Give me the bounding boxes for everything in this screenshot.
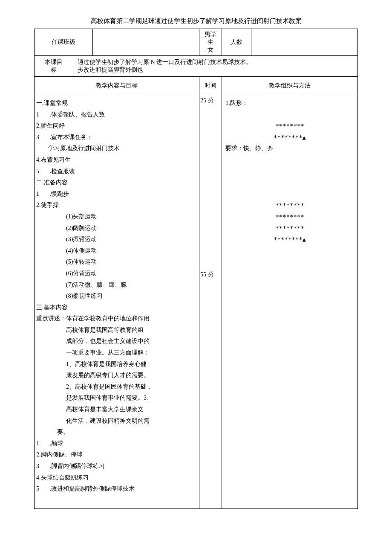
list-item: 学习原地及行进间射门技术 <box>36 143 197 154</box>
paragraph-line: 康发展的高级专门人才的需要。 <box>36 370 197 381</box>
method-cell: 1.队形： ******** ********▲ 要求：快、静、齐 ******… <box>222 95 358 509</box>
content-header: 教学内容与目标 <box>35 77 199 95</box>
formation-row: ********▲ <box>225 132 354 143</box>
time-cell: 25 分 55 分 <box>199 95 222 509</box>
class-label: 任课班级 <box>35 29 93 56</box>
formation-row: ******** <box>225 211 354 223</box>
list-item: 1 .颠球 <box>36 438 197 450</box>
paragraph-line: 要。 <box>36 427 197 438</box>
paragraph-line: 高校体育是我国高等教育的组 <box>36 325 197 336</box>
formation-row: ******** <box>225 200 354 211</box>
content-cell: 一.课堂常规 1 .体委整队、报告人数 2.师生问好 3 .宣布本课任务： 学习… <box>35 95 199 509</box>
list-item: 4.布置见习生 <box>36 154 197 166</box>
lesson-plan-table: 任课班级 男学生 女 人数 本课目 标 通过使学生初步了解学习原 N 进一口及行… <box>34 29 358 509</box>
time-header: 时间 <box>199 77 222 95</box>
list-item: (1)头部运动 <box>36 211 197 223</box>
list-item: 2.徒手操 <box>36 200 197 211</box>
method-header: 教学组织与方法 <box>222 77 358 95</box>
list-item: 1 .慢跑步 <box>36 189 197 200</box>
table-row: 教学内容与目标 时间 教学组织与方法 <box>35 77 358 95</box>
list-item: (3)振臂运动 <box>36 234 197 245</box>
list-item: 4.头球结合腹肌练习 <box>36 472 197 484</box>
paragraph-line: 1、高校体育是我国培养身心健 <box>36 359 197 370</box>
paragraph-line: 成部分，也是社会主义建设中的 <box>36 336 197 347</box>
table-row: 本课目 标 通过使学生初步了解学习原 N 进一口及行进间射门技术易球技术。 步改… <box>35 56 358 77</box>
paragraph-line: 高校体育是丰富大学生课余文 <box>36 404 197 416</box>
goal-text: 通过使学生初步了解学习原 N 进一口及行进间射门技术易球技术。 步改进和提高脚背… <box>73 56 358 77</box>
section-title: 二.准备内容 <box>36 177 197 189</box>
paragraph-line: 化生活，建设校园精神文明的需 <box>36 416 197 427</box>
class-value <box>92 29 199 56</box>
list-item: (2)阔胸运动 <box>36 223 197 234</box>
formation-row: ******** <box>225 223 354 234</box>
formation-label: 1.队形： <box>225 98 354 109</box>
list-item: 2.脚内侧踢、停球 <box>36 449 197 461</box>
table-row: 一.课堂常规 1 .体委整队、报告人数 2.师生问好 3 .宣布本课任务： 学习… <box>35 95 358 509</box>
list-item: 3 .宣布本课任务： <box>36 132 197 143</box>
table-row: 任课班级 男学生 女 人数 <box>35 29 358 56</box>
requirement: 要求：快、静、齐 <box>225 143 354 154</box>
paragraph-line: 一项重要事业。从三方面理解： <box>36 347 197 359</box>
time-value: 25 分 <box>200 97 221 105</box>
list-item: 3 .脚背内侧踢停球练习 <box>36 461 197 472</box>
formation-row: ******** <box>225 120 354 132</box>
count-value <box>251 29 358 56</box>
list-item: 5 .改进和提高脚背外侧踢停球技术 <box>36 483 197 495</box>
paragraph-line: 是发展我国体育事业的需要。3、 <box>36 392 197 404</box>
list-item: (4)体侧运动 <box>36 245 197 257</box>
page-title: 高校体育第二学期足球通过使学生初步了解学习原地及行进间射门技术教案 <box>34 17 358 25</box>
list-item: (6)俯背运动 <box>36 268 197 279</box>
count-label: 人数 <box>222 29 251 56</box>
formation-row: ********▲ <box>225 234 354 245</box>
list-item: (5)体转运动 <box>36 256 197 268</box>
time-value: 55 分 <box>200 271 221 279</box>
goal-label: 本课目 标 <box>35 56 73 77</box>
section-title: 三.基本内容 <box>36 302 197 314</box>
list-item: 2.师生问好 <box>36 120 197 132</box>
list-item: (7)活动微、膝、踝、腕 <box>36 279 197 291</box>
list-item: 5 .检查服装 <box>36 166 197 177</box>
section-title: 一.课堂常规 <box>36 98 197 109</box>
paragraph-line: 2、高校体育是国民体育的基础， <box>36 381 197 393</box>
key-point: 重点讲述：体育在学校教育中的地位和作用 <box>36 313 197 325</box>
gender-label: 男学生 女 <box>199 29 222 56</box>
list-item: 1 .体委整队、报告人数 <box>36 109 197 121</box>
list-item: (8)柔韧性练习 <box>36 291 197 302</box>
